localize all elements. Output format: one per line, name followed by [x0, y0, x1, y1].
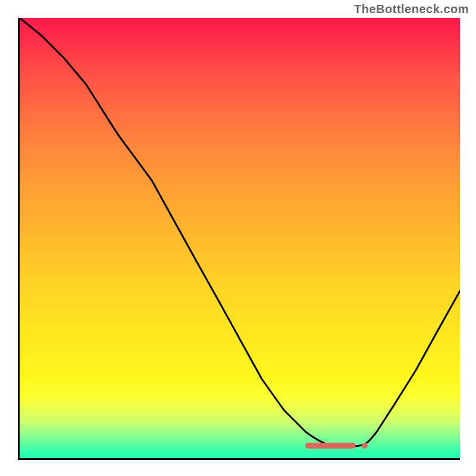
- curve-path: [20, 18, 460, 447]
- optimal-range-marker: [305, 443, 356, 449]
- bottleneck-curve: [20, 18, 460, 458]
- attribution-text: TheBottleneck.com: [354, 2, 469, 16]
- optimal-point-marker: [362, 443, 368, 449]
- chart-container: TheBottleneck.com: [0, 0, 476, 476]
- plot-area: [18, 18, 460, 460]
